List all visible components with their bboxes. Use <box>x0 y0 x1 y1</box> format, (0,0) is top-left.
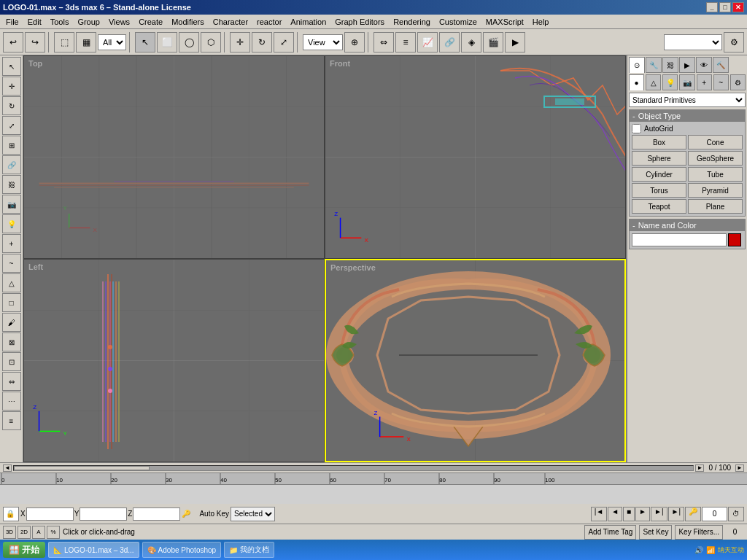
redo-button[interactable]: ↪ <box>25 32 45 52</box>
y-input[interactable] <box>80 508 127 521</box>
menu-customize[interactable]: Customize <box>435 16 481 28</box>
left-move-btn[interactable]: ✛ <box>2 77 21 96</box>
time-scroll-right[interactable]: ► <box>735 464 744 472</box>
left-scale-btn[interactable]: ⤢ <box>2 116 21 135</box>
tab-hierarchy[interactable]: ⛓ <box>662 57 678 73</box>
menu-edit[interactable]: Edit <box>23 16 46 28</box>
color-swatch[interactable] <box>728 233 741 246</box>
z-input[interactable] <box>133 508 180 521</box>
geosphere-button[interactable]: GeoSphere <box>688 151 743 166</box>
menu-tools[interactable]: Tools <box>46 16 74 28</box>
select-region-circle-button[interactable]: ◯ <box>179 32 199 52</box>
scroll-left-btn[interactable]: ◄ <box>3 464 12 472</box>
subtab-lights[interactable]: 💡 <box>662 74 678 90</box>
left-camera-btn[interactable]: 📷 <box>2 195 21 214</box>
menu-animation[interactable]: Animation <box>286 16 330 28</box>
scale-button[interactable]: ⤢ <box>274 32 294 52</box>
snap-angle-btn[interactable]: A <box>32 526 45 539</box>
menu-character[interactable]: Character <box>209 16 252 28</box>
add-time-tag-button[interactable]: Add Time Tag <box>584 525 636 540</box>
select-object-button[interactable]: ⬚ <box>54 32 74 52</box>
time-config-btn[interactable]: ⏱ <box>728 507 744 521</box>
cone-button[interactable]: Cone <box>688 135 743 149</box>
menu-help[interactable]: Help <box>528 16 554 28</box>
key-filters-button[interactable]: Key Filters... <box>675 525 723 540</box>
subtab-cameras[interactable]: 📷 <box>679 74 694 90</box>
left-spacewarp-btn[interactable]: ~ <box>2 254 21 273</box>
key-mode-btn[interactable]: 🔑 <box>685 507 701 521</box>
menu-views[interactable]: Views <box>104 16 134 28</box>
tab-motion[interactable]: ▶ <box>679 57 695 73</box>
render-scene-button[interactable]: 🎬 <box>483 32 503 52</box>
torus-button[interactable]: Torus <box>632 183 686 198</box>
use-pivot-button[interactable]: ⊕ <box>344 32 365 52</box>
tab-utilities[interactable]: 🔨 <box>713 57 729 73</box>
tube-button[interactable]: Tube <box>688 167 743 182</box>
menu-graph-editors[interactable]: Graph Editors <box>330 16 389 28</box>
key-icon-container[interactable]: 🔑 <box>182 510 198 518</box>
render-controls-button[interactable]: ⚙ <box>724 32 744 52</box>
left-rotate-btn[interactable]: ↻ <box>2 96 21 115</box>
left-squash-btn[interactable]: ⊞ <box>2 136 21 155</box>
curve-editor-button[interactable]: 📈 <box>417 32 438 52</box>
left-align-btn[interactable]: ≡ <box>2 411 21 430</box>
quick-render-button[interactable]: ▶ <box>505 32 525 52</box>
maximize-button[interactable]: □ <box>719 2 731 12</box>
left-array-btn[interactable]: ⋯ <box>2 392 21 411</box>
mirror-button[interactable]: ⇔ <box>374 32 394 52</box>
menu-rendering[interactable]: Rendering <box>389 16 435 28</box>
start-button[interactable]: 🪟 开始 <box>3 542 45 558</box>
taskbar-photoshop[interactable]: 🎨 Adobe Photoshop <box>142 542 222 558</box>
left-shapes-btn[interactable]: △ <box>2 273 21 292</box>
subtab-systems[interactable]: ⚙ <box>730 74 746 90</box>
subtab-geometry[interactable]: ● <box>629 74 644 90</box>
left-paint-btn[interactable]: 🖌 <box>2 313 21 332</box>
rotate-button[interactable]: ↻ <box>252 32 272 52</box>
left-mirror-btn[interactable]: ⇔ <box>2 372 21 391</box>
goto-end-btn[interactable]: ►| <box>668 507 685 521</box>
primitive-type-select[interactable]: Standard Primitives <box>629 93 746 107</box>
left-select-btn[interactable]: ↖ <box>2 57 21 76</box>
window-controls[interactable]: _ □ ✕ <box>706 2 744 12</box>
select-region-button[interactable]: ⬜ <box>157 32 177 52</box>
pyramid-button[interactable]: Pyramid <box>688 183 743 198</box>
viewport-front[interactable]: Front <box>325 55 626 259</box>
timeline-track[interactable]: 0 10 20 30 40 50 60 70 80 90 1 <box>0 473 747 504</box>
snap-percent-btn[interactable]: % <box>47 526 60 539</box>
taskbar-3dsmax[interactable]: 📐 LOGO-01.max – 3d... <box>48 542 139 558</box>
select-region-fence-button[interactable]: ⬡ <box>201 32 221 52</box>
subtab-shapes[interactable]: △ <box>646 74 661 90</box>
snap-2d-btn[interactable]: 2D <box>18 526 31 539</box>
left-geo-btn[interactable]: □ <box>2 293 21 312</box>
tab-create[interactable]: ⊙ <box>629 57 645 73</box>
menu-reactor[interactable]: reactor <box>252 16 286 28</box>
play-btn[interactable]: ► <box>635 507 650 521</box>
menu-group[interactable]: Group <box>73 16 104 28</box>
autogrid-checkbox[interactable] <box>632 124 641 133</box>
name-color-collapse[interactable]: - <box>632 221 635 230</box>
x-input[interactable] <box>26 508 74 521</box>
select-by-name-button[interactable]: ▦ <box>76 32 96 52</box>
align-button[interactable]: ≡ <box>395 32 416 52</box>
cylinder-button[interactable]: Cylinder <box>632 167 686 182</box>
timeline-scrollbar[interactable] <box>13 465 694 471</box>
menu-maxscript[interactable]: MAXScript <box>481 16 528 28</box>
undo-button[interactable]: ↩ <box>3 32 23 52</box>
material-editor-button[interactable]: ◈ <box>461 32 481 52</box>
left-unlink-btn[interactable]: ⛓ <box>2 175 21 194</box>
left-helper-btn[interactable]: + <box>2 234 21 253</box>
select-tool-button[interactable]: ↖ <box>135 32 155 52</box>
close-button[interactable]: ✕ <box>732 2 744 12</box>
viewport-top[interactable]: Top X <box>23 55 325 259</box>
plane-button[interactable]: Plane <box>688 199 743 214</box>
filter-select[interactable]: All <box>98 34 126 50</box>
teapot-button[interactable]: Teapot <box>632 199 686 214</box>
next-frame-btn[interactable]: ►| <box>651 507 667 521</box>
left-snap-btn[interactable]: ⊠ <box>2 332 21 351</box>
minimize-button[interactable]: _ <box>706 2 718 12</box>
left-link-btn[interactable]: 🔗 <box>2 155 21 174</box>
tab-modify[interactable]: 🔧 <box>646 57 662 73</box>
render-preset-select[interactable] <box>664 34 722 50</box>
subtab-helpers[interactable]: + <box>697 74 712 90</box>
tab-display[interactable]: 👁 <box>696 57 712 73</box>
